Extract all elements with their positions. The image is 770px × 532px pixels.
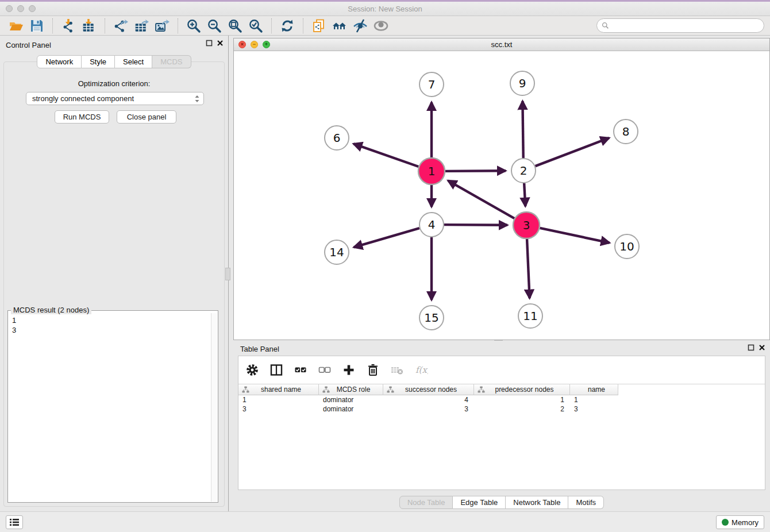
tab-motifs[interactable]: Motifs: [568, 496, 604, 509]
tab-mcds[interactable]: MCDS: [152, 55, 191, 68]
table-row-2[interactable]: 3dominator323: [238, 404, 765, 414]
edge-2-8[interactable]: [536, 138, 609, 166]
zoom-selected-icon[interactable]: [247, 18, 264, 34]
task-history-button[interactable]: [6, 515, 23, 529]
close-panel-button[interactable]: Close panel: [117, 110, 176, 124]
add-column-icon[interactable]: [341, 362, 357, 378]
import-table-icon[interactable]: [80, 18, 98, 34]
table-rows: 1dominator4113dominator323: [238, 395, 765, 414]
minimize-window-icon[interactable]: [17, 5, 24, 12]
export-image-icon[interactable]: [153, 18, 171, 34]
vertical-splitter-handle[interactable]: [225, 268, 230, 280]
column-header-MCDS-role[interactable]: MCDS role: [319, 384, 383, 395]
settings-gear-icon[interactable]: [244, 362, 260, 378]
delete-column-icon[interactable]: [365, 362, 381, 378]
graph-node-11[interactable]: 11: [518, 304, 542, 328]
maximize-view-icon[interactable]: +: [263, 41, 270, 48]
import-network-icon[interactable]: [60, 18, 77, 34]
cell[interactable]: dominator: [319, 396, 383, 404]
graph-node-10[interactable]: 10: [615, 234, 639, 259]
tab-network-table[interactable]: Network Table: [506, 496, 568, 509]
cell[interactable]: 1: [570, 396, 618, 404]
tab-style[interactable]: Style: [82, 55, 115, 68]
cell[interactable]: 2: [474, 405, 570, 413]
network-view-window[interactable]: × − + scc.txt 7968124314101511: [233, 38, 770, 340]
save-session-icon[interactable]: [28, 18, 45, 34]
close-view-icon[interactable]: ×: [238, 41, 246, 48]
float-panel-icon[interactable]: [206, 40, 213, 47]
close-window-icon[interactable]: [6, 5, 13, 12]
cell[interactable]: 1: [238, 396, 319, 404]
edge-3-1[interactable]: [448, 180, 514, 218]
column-header-shared-name[interactable]: shared name: [238, 384, 319, 395]
first-neighbors-icon[interactable]: [331, 18, 348, 34]
edge-2-3[interactable]: [524, 183, 525, 206]
main-titlebar[interactable]: Session: New Session: [0, 2, 770, 16]
zoom-in-icon[interactable]: [185, 18, 202, 34]
run-mcds-button[interactable]: Run MCDS: [55, 110, 109, 124]
search-field[interactable]: [596, 18, 764, 33]
column-header-predecessor-nodes[interactable]: predecessor nodes: [474, 384, 570, 395]
graph-node-2[interactable]: 2: [511, 159, 536, 183]
network-from-selection-icon[interactable]: [310, 18, 328, 34]
close-panel-icon[interactable]: [217, 40, 224, 47]
deselect-all-icon[interactable]: [317, 362, 333, 378]
open-session-icon[interactable]: [7, 18, 25, 34]
tab-node-table[interactable]: Node Table: [399, 496, 453, 509]
close-panel-icon[interactable]: [759, 344, 765, 351]
graph-node-3[interactable]: 3: [513, 212, 540, 238]
export-network-icon[interactable]: [112, 18, 129, 34]
edge-2-9[interactable]: [522, 101, 523, 158]
graph-node-14[interactable]: 14: [325, 240, 349, 264]
edge-4-3[interactable]: [444, 225, 507, 225]
table-panel-title: Table Panel: [240, 345, 279, 353]
edge-1-6[interactable]: [353, 144, 418, 167]
cell[interactable]: dominator: [319, 405, 383, 413]
minimize-view-icon[interactable]: −: [251, 41, 258, 48]
select-all-icon[interactable]: [292, 362, 309, 378]
edge-3-11[interactable]: [527, 239, 530, 298]
graph-node-6[interactable]: 6: [325, 126, 349, 150]
edge-3-10[interactable]: [540, 228, 609, 243]
show-all-icon[interactable]: [372, 18, 390, 34]
graph-node-15[interactable]: 15: [419, 306, 444, 330]
export-table-icon[interactable]: [133, 18, 150, 34]
cell[interactable]: 4: [383, 396, 474, 404]
cell[interactable]: 3: [383, 405, 474, 413]
scrollbar[interactable]: [211, 313, 217, 502]
cell[interactable]: 3: [238, 405, 319, 413]
zoom-fit-icon[interactable]: [226, 18, 244, 34]
toolbar-separator: [271, 18, 272, 33]
graph-node-9[interactable]: 9: [510, 71, 534, 95]
toggle-columns-icon[interactable]: [268, 362, 284, 378]
table-row-1[interactable]: 1dominator411: [238, 395, 765, 404]
column-header-successor-nodes[interactable]: successor nodes: [383, 384, 474, 395]
svg-text:7: 7: [428, 78, 436, 91]
graph-node-4[interactable]: 4: [419, 213, 444, 237]
memory-button[interactable]: Memory: [716, 515, 764, 529]
edge-4-14[interactable]: [354, 228, 419, 247]
search-input[interactable]: [609, 20, 764, 32]
edge-1-2[interactable]: [445, 171, 506, 171]
tab-network[interactable]: Network: [37, 55, 82, 68]
optimization-criterion-select[interactable]: strongly connected component: [26, 92, 204, 105]
mcds-result-list[interactable]: 1 3: [12, 315, 209, 501]
optimization-criterion-value: strongly connected component: [32, 94, 194, 103]
hide-selected-icon[interactable]: [352, 18, 369, 34]
column-header-name[interactable]: name: [570, 384, 618, 395]
network-canvas[interactable]: 7968124314101511: [234, 51, 769, 340]
graph-node-8[interactable]: 8: [614, 119, 638, 144]
zoom-out-icon[interactable]: [206, 18, 223, 34]
tab-select[interactable]: Select: [115, 55, 152, 68]
cell[interactable]: 3: [570, 405, 618, 413]
network-graph[interactable]: 7968124314101511: [234, 51, 769, 340]
cell[interactable]: 1: [474, 396, 570, 404]
network-window-titlebar[interactable]: × − + scc.txt: [234, 38, 769, 51]
float-panel-icon[interactable]: [748, 344, 754, 351]
refresh-layout-icon[interactable]: [279, 18, 296, 34]
control-panel-title: Control Panel: [6, 41, 51, 49]
zoom-window-icon[interactable]: [29, 5, 36, 12]
graph-node-1[interactable]: 1: [418, 158, 445, 184]
graph-node-7[interactable]: 7: [419, 72, 444, 97]
tab-edge-table[interactable]: Edge Table: [453, 496, 506, 509]
